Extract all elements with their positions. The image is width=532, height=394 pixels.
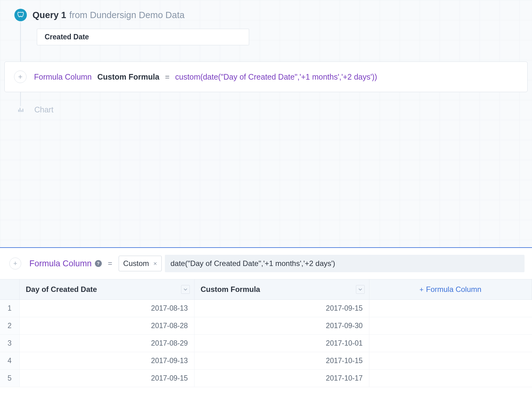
formula-step-card[interactable]: + Formula Column Custom Formula = custom… <box>4 62 528 92</box>
row-number: 3 <box>0 335 19 352</box>
table-row[interactable]: 42017-09-132017-10-15 <box>0 352 532 370</box>
query-source: from Dundersign Demo Data <box>69 10 185 20</box>
row-number: 1 <box>0 300 19 317</box>
column-header-custom-formula[interactable]: Custom Formula <box>194 279 369 300</box>
cell-created-date: 2017-08-28 <box>19 317 194 335</box>
results-table: Day of Created Date Custom Formula +Form… <box>0 279 532 387</box>
cell-empty <box>369 370 532 387</box>
formula-expression: custom(date("Day of Created Date",'+1 mo… <box>175 72 377 81</box>
add-step-button[interactable]: + <box>14 71 27 83</box>
add-formula-button[interactable]: + <box>9 258 21 269</box>
cell-custom-formula: 2017-09-30 <box>194 317 369 335</box>
cell-empty <box>369 300 532 317</box>
cell-custom-formula: 2017-10-01 <box>194 335 369 352</box>
column-header-created-date[interactable]: Day of Created Date <box>19 279 194 300</box>
row-number: 2 <box>0 317 19 335</box>
plus-icon: + <box>420 286 424 293</box>
cell-created-date: 2017-09-13 <box>19 352 194 370</box>
chevron-down-icon[interactable] <box>181 285 190 294</box>
cell-created-date: 2017-09-15 <box>19 370 194 387</box>
row-number: 4 <box>0 352 19 370</box>
chevron-down-icon[interactable] <box>356 285 365 294</box>
row-number-header <box>0 279 19 300</box>
table-row[interactable]: 22017-08-282017-09-30 <box>0 317 532 335</box>
chart-label[interactable]: Chart <box>34 105 53 114</box>
formula-type-label: Custom <box>123 259 149 268</box>
results-panel: + Formula Column ? = Custom × Day of Cre… <box>0 247 532 394</box>
formula-column-name: Custom Formula <box>97 72 160 81</box>
datasource-icon <box>14 9 27 21</box>
cell-created-date: 2017-08-29 <box>19 335 194 352</box>
cell-created-date: 2017-08-13 <box>19 300 194 317</box>
selected-column-chip[interactable]: Created Date <box>37 29 249 45</box>
close-icon[interactable]: × <box>153 260 157 267</box>
help-icon[interactable]: ? <box>95 260 102 267</box>
formula-input[interactable] <box>165 255 525 272</box>
formula-column-label: Formula Column <box>34 72 92 81</box>
cell-empty <box>369 335 532 352</box>
row-number: 5 <box>0 370 19 387</box>
equals-sign: = <box>165 72 170 81</box>
query-title[interactable]: Query 1 <box>32 10 66 20</box>
cell-custom-formula: 2017-10-15 <box>194 352 369 370</box>
cell-custom-formula: 2017-09-15 <box>194 300 369 317</box>
cell-empty <box>369 352 532 370</box>
editor-formula-label[interactable]: Formula Column <box>29 259 92 268</box>
table-row[interactable]: 52017-09-152017-10-17 <box>0 370 532 387</box>
cell-custom-formula: 2017-10-17 <box>194 370 369 387</box>
cell-empty <box>369 317 532 335</box>
table-row[interactable]: 12017-08-132017-09-15 <box>0 300 532 317</box>
formula-type-pill[interactable]: Custom × <box>119 256 162 271</box>
formula-editor-bar: + Formula Column ? = Custom × <box>0 248 532 279</box>
table-row[interactable]: 32017-08-292017-10-01 <box>0 335 532 352</box>
editor-equals: = <box>108 259 112 268</box>
add-formula-column-button[interactable]: +Formula Column <box>369 279 532 300</box>
